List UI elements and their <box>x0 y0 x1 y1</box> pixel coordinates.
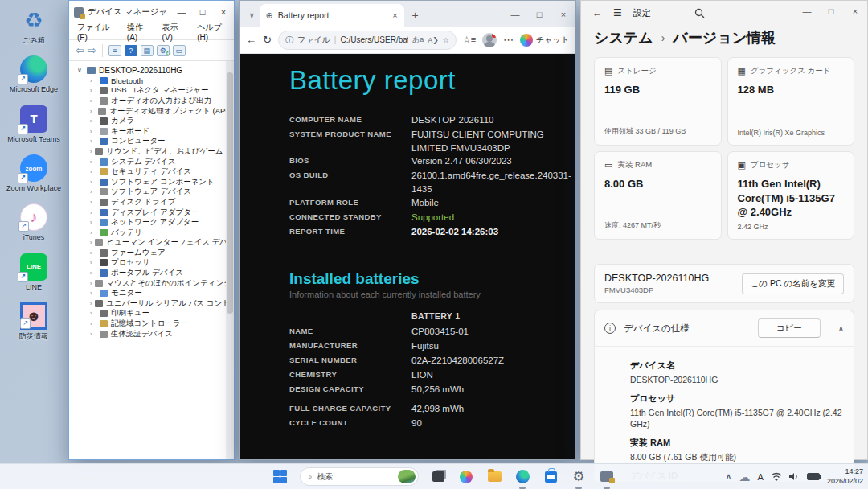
device-tree-item[interactable]: › キーボード <box>77 126 234 137</box>
expand-chevron-icon[interactable]: › <box>90 109 95 114</box>
favorite-star-icon[interactable]: ☆ <box>443 36 449 44</box>
refresh-icon[interactable]: ↻ <box>263 34 272 46</box>
help-icon[interactable]: ? <box>125 45 137 56</box>
device-spec-header[interactable]: i デバイスの仕様 コピー ∧ <box>595 310 854 346</box>
properties-icon[interactable]: ≡ <box>108 45 121 56</box>
device-tree-item[interactable]: › コンピューター <box>77 137 234 147</box>
computer-monitor-icon[interactable]: ▭ <box>173 45 186 56</box>
expand-chevron-icon[interactable]: › <box>90 301 92 306</box>
expand-chevron-icon[interactable]: › <box>90 159 96 165</box>
list-view-icon[interactable]: ▤ <box>141 45 154 56</box>
browser-tab[interactable]: ⊕ Battery report × <box>260 4 404 27</box>
hamburger-menu-icon[interactable]: ☰ <box>613 7 622 18</box>
favorites-icon[interactable]: ☆≡ <box>463 35 476 45</box>
expand-chevron-icon[interactable]: › <box>90 281 92 286</box>
device-tree-item[interactable]: › ディスプレイ アダプター <box>77 208 234 218</box>
new-tab-button[interactable]: + <box>412 9 419 22</box>
settings-taskbar-icon[interactable]: ⚙ <box>570 468 588 486</box>
device-tree-item[interactable]: › 印刷キュー <box>77 309 234 319</box>
desktop-icon[interactable]: Microsoft Edge <box>5 55 63 93</box>
onedrive-icon[interactable]: ☁ <box>739 471 751 483</box>
more-menu-icon[interactable]: ⋯ <box>503 34 514 46</box>
expand-chevron-icon[interactable]: › <box>90 189 96 195</box>
desktop-icon[interactable]: ♻ ごみ箱 <box>5 6 63 44</box>
profile-avatar[interactable] <box>482 33 497 47</box>
device-tree-item[interactable]: › ソフトウェア デバイス <box>77 187 234 198</box>
expand-chevron-icon[interactable]: › <box>90 179 96 185</box>
battery-tray-icon[interactable] <box>807 473 820 480</box>
tray-clock[interactable]: 14:27 2026/02/02 <box>827 467 863 486</box>
forward-icon[interactable]: ⇨ <box>88 44 96 56</box>
desktop-icon[interactable]: zoom Zoom Workplace <box>5 154 63 192</box>
device-tree-item[interactable]: › ユニバーサル シリアル バス コントローラー <box>77 298 234 309</box>
maximize-button[interactable]: □ <box>527 4 551 25</box>
expand-chevron-icon[interactable]: › <box>90 118 96 124</box>
expand-chevron-icon[interactable]: › <box>90 290 96 296</box>
collapse-chevron-icon[interactable]: ∧ <box>838 324 844 333</box>
start-button[interactable] <box>272 468 289 486</box>
expand-chevron-icon[interactable]: › <box>90 169 96 175</box>
minimize-button[interactable]: — <box>795 1 819 22</box>
expand-chevron-icon[interactable]: › <box>90 78 96 84</box>
device-tree-item[interactable]: › ファームウェア <box>77 248 234 258</box>
device-tree-item[interactable]: › モニター <box>77 288 234 298</box>
expand-chevron-icon[interactable]: › <box>90 129 96 134</box>
maximize-button[interactable]: □ <box>819 1 843 22</box>
scan-hardware-icon[interactable]: ⚙ <box>157 45 170 56</box>
ime-indicator[interactable]: A <box>758 472 764 482</box>
device-tree-item[interactable]: › 記憶域コントローラー <box>77 318 234 329</box>
desktop-icon[interactable]: ♪ iTunes <box>5 203 63 241</box>
device-tree-item[interactable]: › USB コネクタ マネージャー <box>77 86 234 97</box>
taskbar-search[interactable]: ⌕ 検索 <box>300 467 419 486</box>
expand-chevron-icon[interactable]: › <box>90 88 96 93</box>
device-manager-taskbar-icon[interactable] <box>598 468 616 486</box>
expand-chevron-icon[interactable]: › <box>90 250 96 256</box>
device-tree-item[interactable]: › ポータブル デバイス <box>77 268 234 278</box>
tray-chevron-icon[interactable]: ∧ <box>726 471 732 482</box>
copilot-chat-button[interactable]: チャット <box>520 34 569 47</box>
file-explorer-icon[interactable] <box>485 468 503 486</box>
wifi-icon[interactable] <box>771 472 782 481</box>
device-tree-item[interactable]: › プロセッサ <box>77 258 234 269</box>
copilot-taskbar-icon[interactable] <box>457 468 475 486</box>
volume-icon[interactable] <box>789 472 800 481</box>
device-tree-item[interactable]: › バッテリ <box>77 228 234 238</box>
task-view-button[interactable] <box>429 468 447 486</box>
expand-chevron-icon[interactable]: › <box>90 199 96 205</box>
page-info-icon[interactable]: ⓘ <box>285 35 293 46</box>
read-aloud-icon[interactable]: A❯ <box>428 36 439 44</box>
search-icon[interactable] <box>694 8 705 18</box>
device-tree-item[interactable]: › システム デバイス <box>77 157 234 167</box>
expand-chevron-icon[interactable]: › <box>90 98 96 104</box>
device-tree-item[interactable]: › オーディオ処理オブジェクト (APO) <box>77 106 234 117</box>
device-tree-item[interactable]: › カメラ <box>77 116 234 126</box>
tab-close-icon[interactable]: × <box>392 10 397 20</box>
search-highlight-image[interactable] <box>398 470 416 483</box>
microsoft-store-icon[interactable] <box>542 468 559 486</box>
rename-pc-button[interactable]: この PC の名前を変更 <box>742 273 844 294</box>
device-tree-item[interactable]: › 生体認証デバイス <box>77 329 234 339</box>
expand-chevron-icon[interactable]: › <box>90 240 92 245</box>
edge-taskbar-icon[interactable] <box>514 468 531 486</box>
device-tree-item[interactable]: › サウンド、ビデオ、およびゲーム コントローラー <box>77 146 234 157</box>
device-tree-item[interactable]: › ネットワーク アダプター <box>77 217 234 228</box>
expand-chevron-icon[interactable]: › <box>90 230 96 236</box>
close-button[interactable]: × <box>843 1 867 22</box>
expand-chevron-icon[interactable]: › <box>90 210 96 216</box>
expand-chevron-icon[interactable]: › <box>90 270 96 276</box>
settings-titlebar[interactable]: ← ☰ 設定 — □ × <box>581 1 867 25</box>
expand-chevron-icon[interactable]: › <box>90 331 96 337</box>
expand-chevron-icon[interactable]: › <box>90 138 96 144</box>
device-tree-item[interactable]: › Bluetooth <box>77 76 234 86</box>
device-tree-item[interactable]: › ディスク ドライブ <box>77 197 234 208</box>
desktop-icon[interactable]: LINE LINE <box>5 253 63 291</box>
device-tree-item[interactable]: › ソフトウェア コンポーネント <box>77 177 234 187</box>
translate-icon[interactable]: あa <box>412 35 424 45</box>
tab-search-icon[interactable]: ∨ <box>244 11 260 19</box>
device-tree-item[interactable]: › マウスとそのほかのポインティング デバイス <box>77 278 234 289</box>
expand-chevron-icon[interactable]: › <box>90 149 92 154</box>
expand-chevron-icon[interactable]: › <box>90 260 96 265</box>
back-icon[interactable]: ← <box>592 7 602 18</box>
device-tree-item[interactable]: › オーディオの入力および出力 <box>77 96 234 106</box>
breadcrumb-system[interactable]: システム <box>594 28 653 47</box>
